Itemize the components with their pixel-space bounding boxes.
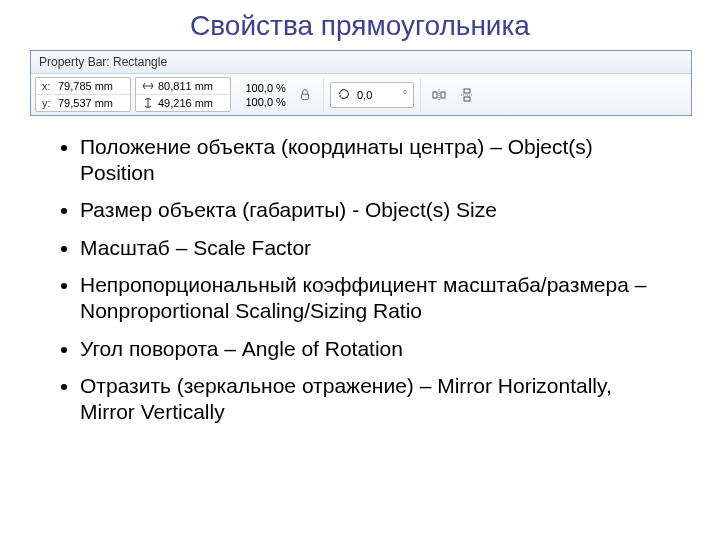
scale-y-input[interactable]: 100,0 — [237, 96, 273, 108]
y-input[interactable]: 79,537 mm — [58, 97, 124, 109]
height-input[interactable]: 49,216 mm — [158, 97, 224, 109]
list-item: Размер объекта (габариты) - Object(s) Si… — [80, 197, 690, 223]
svg-rect-6 — [441, 92, 445, 98]
mirror-vertical-button[interactable] — [455, 83, 479, 107]
x-label: x: — [42, 80, 54, 92]
width-input[interactable]: 80,811 mm — [158, 80, 224, 92]
scale-group: 100,0 % 100,0 % — [235, 81, 289, 109]
rotate-icon — [337, 87, 351, 103]
svg-marker-3 — [339, 94, 342, 97]
width-icon — [142, 80, 154, 92]
svg-rect-9 — [464, 97, 470, 101]
list-item: Положение объекта (координаты центра) – … — [80, 134, 690, 185]
svg-rect-5 — [433, 92, 437, 98]
separator — [420, 78, 421, 112]
list-item: Масштаб – Scale Factor — [80, 235, 690, 261]
y-label: y: — [42, 97, 54, 109]
position-group: x: 79,785 mm y: 79,537 mm — [35, 77, 131, 112]
mirror-horizontal-icon — [431, 87, 447, 103]
list-item: Отразить (зеркальное отражение) – Mirror… — [80, 373, 690, 424]
property-bar-row: x: 79,785 mm y: 79,537 mm — [31, 74, 691, 115]
property-bar-caption: Property Bar: Rectangle — [31, 51, 691, 74]
mirror-horizontal-button[interactable] — [427, 83, 451, 107]
page-title: Свойства прямоугольника — [30, 10, 690, 42]
height-icon — [142, 97, 154, 109]
x-input[interactable]: 79,785 mm — [58, 80, 124, 92]
list-item: Угол поворота – Angle of Rotation — [80, 336, 690, 362]
angle-input[interactable]: 0,0 — [357, 89, 395, 101]
rotation-group: 0,0 ° — [330, 82, 414, 108]
notes-list: Положение объекта (координаты центра) – … — [80, 134, 690, 424]
percent-symbol-x: % — [275, 82, 287, 94]
lock-icon — [298, 88, 312, 102]
size-group: 80,811 mm 49,216 mm — [135, 77, 231, 112]
percent-symbol-y: % — [275, 96, 287, 108]
mirror-vertical-icon — [459, 87, 475, 103]
degree-symbol: ° — [403, 89, 407, 100]
lock-ratio-button[interactable] — [293, 83, 317, 107]
svg-rect-8 — [464, 89, 470, 93]
list-item: Непропорциональный коэффициент масштаба/… — [80, 272, 690, 323]
separator — [323, 78, 324, 112]
property-bar: Property Bar: Rectangle x: 79,785 mm y: … — [30, 50, 692, 116]
svg-rect-2 — [302, 94, 309, 99]
scale-x-input[interactable]: 100,0 — [237, 82, 273, 94]
